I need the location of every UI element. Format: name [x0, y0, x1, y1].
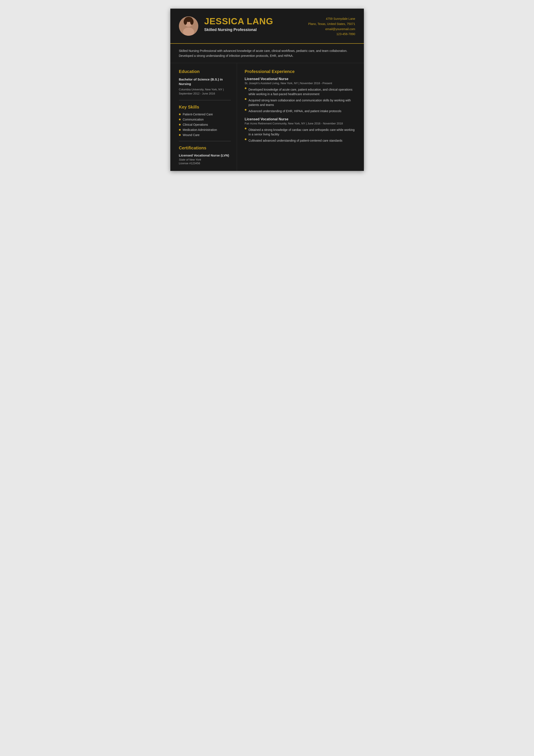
header-section: JESSICA LANG Skilled Nursing Professiona… — [170, 9, 364, 44]
list-item: Obtained a strong knowledge of cardiac c… — [245, 128, 355, 137]
cert-license: License #123456 — [179, 162, 231, 165]
experience-title: Professional Experience — [245, 69, 355, 74]
bullet-text: Developed knowledge of acute care, patie… — [249, 87, 355, 96]
divider-2 — [179, 141, 231, 141]
bullet-text: Cultivated advanced understanding of pat… — [249, 138, 343, 143]
bullet-icon — [179, 114, 181, 115]
list-item: Medication Administration — [179, 128, 231, 131]
job-title-2: Licensed Vocational Nurse — [245, 117, 355, 121]
address-line2: Plano, Texas, United States, 75071 — [308, 21, 355, 27]
job-bullets-2: Obtained a strong knowledge of cardiac c… — [245, 128, 355, 143]
job-company-1: St. Joseph's Assisted Living, New York, … — [245, 82, 355, 85]
bullet-icon — [245, 109, 246, 111]
education-title: Education — [179, 69, 231, 74]
bullet-text: Advanced understanding of EHR, HIPAA, an… — [249, 109, 342, 114]
bullet-icon — [245, 98, 246, 100]
list-item: Cultivated advanced understanding of pat… — [245, 138, 355, 143]
divider-1 — [179, 100, 231, 100]
bullet-icon — [245, 138, 246, 140]
bullet-icon — [245, 87, 246, 89]
job-company-2: Fair Acres Retirement Community, New Yor… — [245, 122, 355, 125]
full-name: JESSICA LANG — [204, 16, 302, 26]
skills-list: Patient-Centered Care Communication Clin… — [179, 113, 231, 137]
list-item: Developed knowledge of acute care, patie… — [245, 87, 355, 96]
bullet-icon — [179, 134, 181, 136]
job-title-1: Licensed Vocational Nurse — [245, 77, 355, 81]
phone: 123-456-7890 — [308, 32, 355, 37]
summary-text: Skilled Nursing Professional with advanc… — [179, 48, 355, 58]
contact-info: 4759 Sunnydale Lane Plano, Texas, United… — [308, 16, 355, 37]
bullet-icon — [179, 119, 181, 120]
skill-label: Clinical Operations — [183, 123, 208, 126]
bullet-icon — [179, 124, 181, 125]
skill-label: Communication — [183, 118, 204, 121]
email: email@youremail.com — [308, 27, 355, 32]
summary-section: Skilled Nursing Professional with advanc… — [170, 44, 364, 63]
edu-degree: Bachelor of Science (B.S.) in Nursing — [179, 77, 231, 86]
certifications-title: Certifications — [179, 146, 231, 150]
bullet-icon — [179, 129, 181, 131]
skills-title: Key Skills — [179, 105, 231, 110]
list-item: Wound Care — [179, 133, 231, 137]
list-item: Acquired strong team collaboration and c… — [245, 98, 355, 107]
job-entry-1: Licensed Vocational Nurse St. Joseph's A… — [245, 77, 355, 114]
skill-label: Wound Care — [183, 133, 200, 137]
cert-name: Licensed Vocational Nurse (LVN) — [179, 153, 231, 157]
resume-container: JESSICA LANG Skilled Nursing Professiona… — [170, 9, 364, 171]
left-column: Education Bachelor of Science (B.S.) in … — [170, 63, 237, 171]
main-content: Education Bachelor of Science (B.S.) in … — [170, 63, 364, 171]
bullet-text: Obtained a strong knowledge of cardiac c… — [249, 128, 355, 137]
right-column: Professional Experience Licensed Vocatio… — [237, 63, 364, 171]
cert-issuer: State of New York — [179, 158, 231, 161]
svg-point-5 — [190, 19, 193, 25]
skill-label: Patient-Centered Care — [183, 113, 213, 116]
job-entry-2: Licensed Vocational Nurse Fair Acres Ret… — [245, 117, 355, 143]
avatar — [179, 16, 198, 36]
list-item: Clinical Operations — [179, 123, 231, 126]
job-bullets-1: Developed knowledge of acute care, patie… — [245, 87, 355, 114]
edu-institution: Columbia University, New York, NY | Sept… — [179, 87, 231, 96]
list-item: Communication — [179, 118, 231, 121]
list-item: Advanced understanding of EHR, HIPAA, an… — [245, 109, 355, 114]
name-area: JESSICA LANG Skilled Nursing Professiona… — [204, 16, 302, 32]
bullet-text: Acquired strong team collaboration and c… — [249, 98, 355, 107]
job-title: Skilled Nursing Professional — [204, 28, 302, 32]
education-section: Education Bachelor of Science (B.S.) in … — [179, 69, 231, 96]
list-item: Patient-Centered Care — [179, 113, 231, 116]
skill-label: Medication Administration — [183, 128, 217, 131]
bullet-icon — [245, 128, 246, 129]
skills-section: Key Skills Patient-Centered Care Communi… — [179, 105, 231, 137]
svg-point-4 — [184, 19, 187, 25]
certifications-section: Certifications Licensed Vocational Nurse… — [179, 146, 231, 165]
address-line1: 4759 Sunnydale Lane — [308, 16, 355, 21]
